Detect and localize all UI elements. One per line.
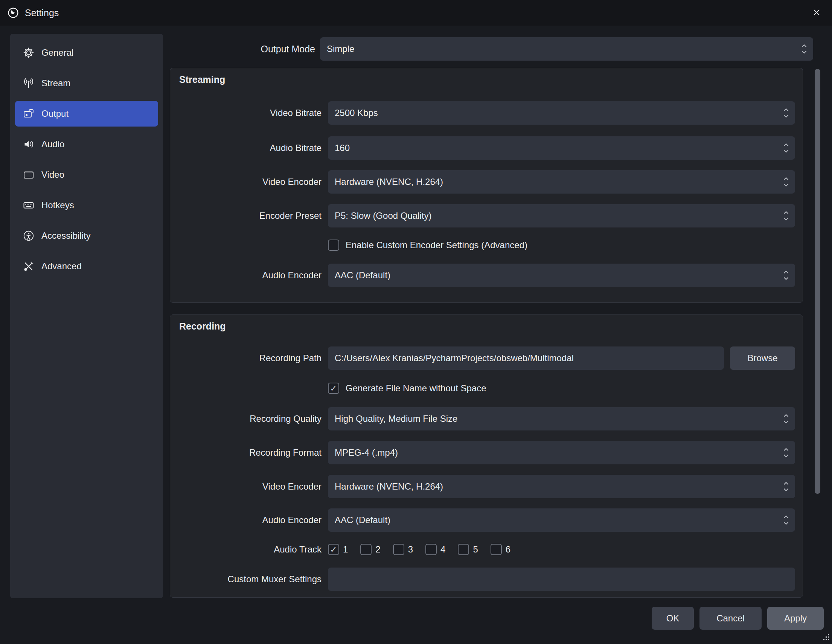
stream-audio-encoder-label: Audio Encoder — [170, 270, 328, 280]
rec-audio-encoder-select[interactable]: AAC (Default) — [328, 508, 795, 532]
recording-section: Recording Recording Path C:/Users/Alex K… — [170, 314, 803, 598]
titlebar: Settings — [0, 0, 832, 26]
video-bitrate-row: Video Bitrate 2500 Kbps — [170, 101, 795, 125]
custom-muxer-row: Custom Muxer Settings — [170, 567, 795, 591]
recording-path-row: Recording Path C:/Users/Alex Kranias/Pyc… — [170, 346, 795, 370]
chevron-updown-icon — [801, 43, 807, 54]
audio-track-2: 2 — [360, 544, 380, 555]
recording-title: Recording — [179, 321, 226, 332]
chevron-updown-icon — [783, 481, 789, 492]
tools-icon — [23, 261, 34, 272]
output-mode-select[interactable]: Simple — [320, 37, 813, 61]
sidebar-item-audio[interactable]: Audio — [15, 131, 158, 157]
video-bitrate-label: Video Bitrate — [170, 108, 328, 118]
recording-format-select[interactable]: MPEG-4 (.mp4) — [328, 441, 795, 465]
sidebar-item-label: Video — [42, 170, 64, 180]
recording-path-input[interactable]: C:/Users/Alex Kranias/PycharmProjects/ob… — [328, 346, 724, 370]
stream-audio-encoder-value: AAC (Default) — [335, 270, 390, 280]
browse-button[interactable]: Browse — [730, 346, 795, 370]
generate-filename-checkbox[interactable] — [328, 383, 339, 394]
chevron-updown-icon — [783, 143, 789, 154]
chevron-updown-icon — [783, 413, 789, 425]
chevron-updown-icon — [783, 176, 789, 187]
apply-button[interactable]: Apply — [767, 607, 824, 630]
audio-bitrate-value: 160 — [335, 143, 350, 153]
resize-grip-icon[interactable] — [822, 633, 830, 642]
recording-format-row: Recording Format MPEG-4 (.mp4) — [170, 441, 795, 465]
audio-track-2-label: 2 — [375, 544, 380, 555]
audio-track-4-label: 4 — [440, 544, 445, 555]
recording-path-label: Recording Path — [170, 353, 328, 364]
custom-muxer-label: Custom Muxer Settings — [170, 574, 328, 585]
sidebar-item-stream[interactable]: Stream — [15, 70, 158, 96]
custom-encoder-row: Enable Custom Encoder Settings (Advanced… — [170, 234, 795, 257]
sidebar-item-advanced[interactable]: Advanced — [15, 253, 158, 279]
audio-track-5-checkbox[interactable] — [458, 544, 469, 555]
sidebar-item-accessibility[interactable]: Accessibility — [15, 223, 158, 248]
audio-track-6-checkbox[interactable] — [491, 544, 502, 555]
broadcast-icon — [23, 78, 34, 89]
custom-encoder-checkbox-label: Enable Custom Encoder Settings (Advanced… — [346, 240, 528, 250]
encoder-preset-label: Encoder Preset — [170, 210, 328, 221]
recording-quality-label: Recording Quality — [170, 413, 328, 424]
audio-track-checkboxes: 1 2 3 4 5 6 — [328, 544, 510, 555]
speaker-icon — [23, 139, 34, 150]
custom-muxer-input[interactable] — [328, 567, 795, 591]
sidebar-item-output[interactable]: Output — [15, 101, 158, 127]
stream-video-encoder-select[interactable]: Hardware (NVENC, H.264) — [328, 170, 795, 194]
audio-track-1-label: 1 — [343, 544, 348, 555]
close-button[interactable] — [805, 0, 828, 26]
sidebar-item-label: Output — [42, 109, 69, 119]
stream-audio-encoder-select[interactable]: AAC (Default) — [328, 264, 795, 287]
encoder-preset-select[interactable]: P5: Slow (Good Quality) — [328, 204, 795, 227]
rec-video-encoder-select[interactable]: Hardware (NVENC, H.264) — [328, 475, 795, 498]
audio-track-3-checkbox[interactable] — [393, 544, 404, 555]
sidebar-item-label: Stream — [42, 78, 70, 88]
video-bitrate-spinbox[interactable]: 2500 Kbps — [328, 101, 795, 125]
recording-quality-row: Recording Quality High Quality, Medium F… — [170, 407, 795, 431]
scrollbar-thumb[interactable] — [815, 69, 820, 494]
streaming-title: Streaming — [179, 74, 225, 85]
audio-track-3-label: 3 — [408, 544, 413, 555]
audio-track-6: 6 — [491, 544, 510, 555]
sidebar-item-video[interactable]: Video — [15, 162, 158, 187]
recording-format-label: Recording Format — [170, 447, 328, 458]
rec-audio-encoder-row: Audio Encoder AAC (Default) — [170, 508, 795, 532]
audio-track-4-checkbox[interactable] — [426, 544, 437, 555]
output-icon — [23, 108, 34, 119]
chevron-updown-icon — [783, 107, 789, 119]
chevron-updown-icon — [783, 210, 789, 221]
audio-track-5-label: 5 — [473, 544, 478, 555]
cancel-button[interactable]: Cancel — [699, 607, 762, 630]
rec-audio-encoder-label: Audio Encoder — [170, 515, 328, 525]
stream-video-encoder-label: Video Encoder — [170, 177, 328, 187]
output-mode-label: Output Mode — [0, 44, 320, 54]
sidebar-item-label: Accessibility — [42, 231, 91, 241]
keyboard-icon — [23, 200, 34, 211]
output-mode-value: Simple — [327, 44, 354, 54]
recording-quality-select[interactable]: High Quality, Medium File Size — [328, 407, 795, 431]
audio-bitrate-row: Audio Bitrate 160 — [170, 136, 795, 160]
obs-logo-icon — [8, 6, 20, 19]
audio-track-1: 1 — [328, 544, 348, 555]
audio-track-2-checkbox[interactable] — [360, 544, 371, 555]
ok-button[interactable]: OK — [652, 607, 694, 630]
chevron-updown-icon — [783, 514, 789, 526]
audio-track-5: 5 — [458, 544, 478, 555]
sidebar-item-label: Audio — [42, 139, 64, 149]
window-title: Settings — [25, 8, 59, 18]
audio-track-6-label: 6 — [506, 544, 510, 555]
sidebar-item-label: Advanced — [42, 261, 82, 272]
custom-encoder-checkbox[interactable] — [328, 240, 339, 251]
output-mode-row: Output Mode Simple — [0, 37, 813, 61]
audio-bitrate-select[interactable]: 160 — [328, 136, 795, 160]
audio-track-1-checkbox[interactable] — [328, 544, 339, 555]
recording-path-value: C:/Users/Alex Kranias/PycharmProjects/ob… — [335, 353, 574, 364]
accessibility-icon — [23, 230, 34, 242]
settings-window: { "window": { "title": "Settings" }, "co… — [0, 0, 832, 644]
audio-track-label: Audio Track — [170, 544, 328, 555]
streaming-section: Streaming Video Bitrate 2500 Kbps Audio … — [170, 68, 803, 303]
sidebar-item-hotkeys[interactable]: Hotkeys — [15, 192, 158, 218]
stream-audio-encoder-row: Audio Encoder AAC (Default) — [170, 264, 795, 287]
filename-checkbox-row: Generate File Name without Space — [170, 376, 795, 400]
